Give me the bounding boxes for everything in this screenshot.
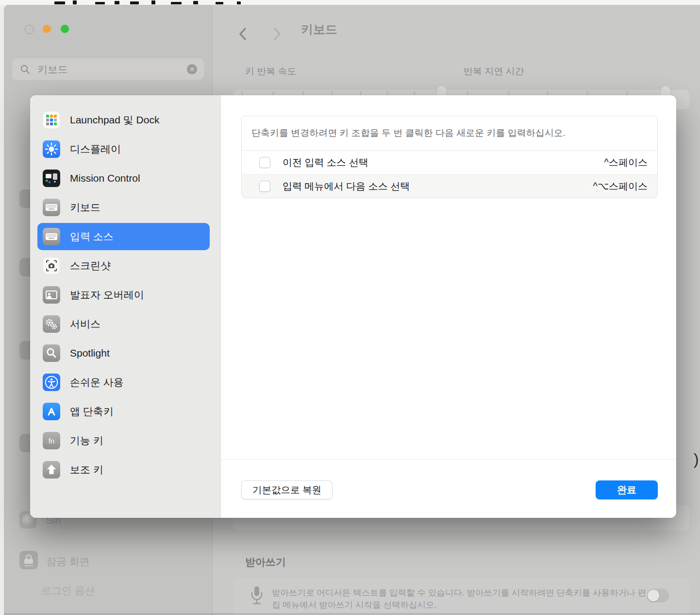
- app-shortcuts-icon: [43, 403, 60, 420]
- shortcut-checkbox[interactable]: [259, 181, 270, 192]
- shortcut-keys: ^스페이스: [604, 156, 648, 169]
- sidebar-item-label: 보조 키: [70, 463, 103, 477]
- sidebar-item-11[interactable]: fn기능 키: [37, 427, 210, 454]
- sidebar-item-6[interactable]: 발표자 오버레이: [37, 281, 210, 308]
- sidebar-item-4[interactable]: 입력 소스: [37, 223, 210, 250]
- search-icon: [20, 64, 31, 75]
- minimize-window-button[interactable]: [43, 25, 51, 33]
- launchpad-icon: [43, 111, 60, 129]
- sidebar-item-label: Spotlight: [70, 347, 110, 359]
- services-icon: [43, 315, 60, 333]
- done-button[interactable]: 완료: [596, 480, 658, 499]
- sidebar-item-lock-screen[interactable]: 잠금 화면: [46, 555, 90, 568]
- sidebar-item-login-options[interactable]: 로그인 옵션: [41, 584, 95, 598]
- shortcuts-table: 단축키를 변경하려면 키 조합을 두 번 클릭한 다음 새로운 키를 입력하십시…: [241, 116, 658, 198]
- sidebar-search-field[interactable]: ✕: [12, 58, 204, 80]
- function-keys-icon: fn: [43, 432, 60, 449]
- keyboard-icon: [43, 199, 60, 216]
- dictation-heading: 받아쓰기: [245, 555, 286, 569]
- sidebar-item-label: 스크린샷: [70, 259, 111, 273]
- top-cutoff-strip: [0, 0, 700, 5]
- sidebar-item-1[interactable]: 디스플레이: [37, 136, 210, 163]
- shortcuts-category-sidebar: Launchpad 및 Dock디스플레이Mission Control키보드입…: [30, 95, 221, 518]
- keyboard-shortcuts-dialog: Launchpad 및 Dock디스플레이Mission Control키보드입…: [30, 95, 676, 518]
- repeat-delay-label: 반복 지연 시간: [464, 65, 524, 78]
- sidebar-item-label: 발표자 오버레이: [70, 288, 144, 302]
- sidebar-item-8[interactable]: Spotlight: [37, 340, 210, 367]
- microphone-icon: [250, 585, 264, 610]
- close-window-button[interactable]: [25, 25, 34, 34]
- shortcut-row[interactable]: 이전 입력 소스 선택^스페이스: [242, 151, 657, 174]
- search-clear-icon[interactable]: ✕: [187, 64, 197, 74]
- instruction-text: 단축키를 변경하려면 키 조합을 두 번 클릭한 다음 새로운 키를 입력하십시…: [242, 116, 657, 151]
- shortcut-label: 이전 입력 소스 선택: [283, 156, 368, 169]
- spotlight-icon: [43, 344, 60, 362]
- sidebar-item-label: 서비스: [70, 317, 100, 331]
- sidebar-item-label: 키보드: [70, 201, 100, 214]
- right-edge-glyph: ): [694, 451, 699, 468]
- key-repeat-label: 키 반복 속도: [245, 65, 297, 78]
- dictation-toggle[interactable]: [647, 589, 669, 602]
- back-chevron-icon[interactable]: [237, 26, 248, 42]
- sidebar-item-9[interactable]: 손쉬운 사용: [37, 369, 210, 396]
- shortcut-checkbox[interactable]: [259, 157, 270, 168]
- sidebar-item-label: 손쉬운 사용: [70, 376, 124, 389]
- shortcuts-content: 단축키를 변경하려면 키 조합을 두 번 클릭한 다음 새로운 키를 입력하십시…: [221, 95, 676, 518]
- modifier-keys-icon: [43, 461, 60, 478]
- page-title: 키보드: [301, 21, 337, 37]
- shortcut-keys: ^⌥스페이스: [593, 180, 648, 193]
- screenshot-icon: [43, 257, 60, 274]
- sidebar-item-5[interactable]: 스크린샷: [37, 252, 210, 279]
- sidebar-item-label: Launchpad 및 Dock: [70, 113, 159, 127]
- footer-divider: [221, 459, 676, 460]
- sidebar-item-3[interactable]: 키보드: [37, 194, 210, 221]
- mission-control-icon: [43, 170, 60, 187]
- sidebar-item-7[interactable]: 서비스: [37, 310, 210, 338]
- shortcut-row[interactable]: 입력 메뉴에서 다음 소스 선택^⌥스페이스: [242, 174, 657, 198]
- search-input[interactable]: [36, 63, 174, 76]
- sidebar-item-12[interactable]: 보조 키: [37, 456, 210, 483]
- zoom-window-button[interactable]: [61, 25, 69, 33]
- sidebar-item-label: 디스플레이: [70, 142, 121, 156]
- sidebar-item-label: 앱 단축키: [70, 405, 114, 418]
- sidebar-item-2[interactable]: Mission Control: [37, 165, 210, 192]
- forward-chevron-icon[interactable]: [272, 26, 283, 42]
- dictation-description: 받아쓰기로 어디서든 텍스트를 입력할 수 있습니다. 받아쓰기를 시작하려면 …: [272, 587, 650, 611]
- presenter-overlay-icon: [43, 286, 60, 304]
- dictation-card: 받아쓰기로 어디서든 텍스트를 입력할 수 있습니다. 받아쓰기를 시작하려면 …: [233, 578, 689, 615]
- lock-icon: [19, 551, 38, 569]
- sidebar-item-label: 기능 키: [70, 434, 103, 447]
- sidebar-item-0[interactable]: Launchpad 및 Dock: [37, 106, 210, 134]
- sidebar-item-label: Mission Control: [70, 172, 140, 184]
- sidebar-item-label: 입력 소스: [70, 230, 114, 243]
- sidebar-item-10[interactable]: 앱 단축키: [37, 398, 210, 425]
- shortcut-label: 입력 메뉴에서 다음 소스 선택: [283, 180, 410, 193]
- svg-text:fn: fn: [49, 437, 55, 445]
- restore-defaults-button[interactable]: 기본값으로 복원: [241, 480, 333, 499]
- input-sources-icon: [43, 228, 60, 245]
- display-icon: [43, 140, 60, 158]
- accessibility-icon: [43, 374, 60, 391]
